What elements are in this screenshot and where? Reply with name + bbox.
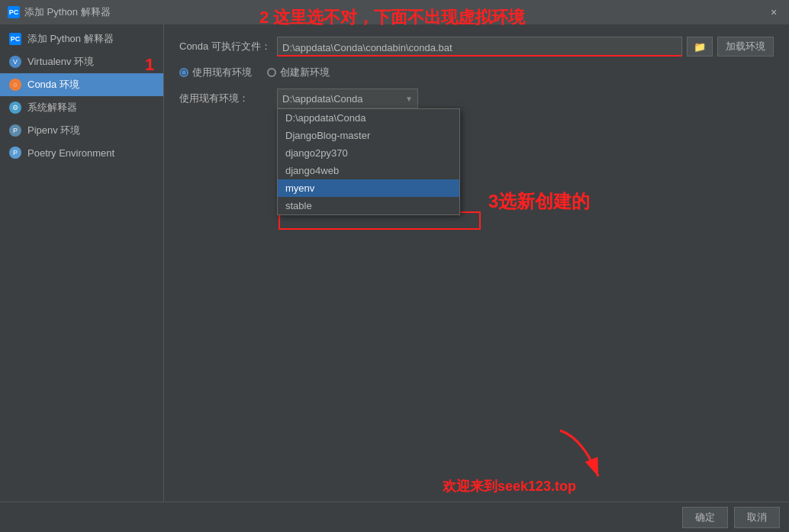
dropdown-item-1[interactable]: DjangoBlog-master — [278, 127, 459, 144]
sidebar-item-virtualenv[interactable]: V Virtualenv 环境 — [0, 50, 163, 73]
load-env-button[interactable]: 加载环境 — [717, 37, 774, 56]
env-dropdown-menu: D:\appdata\Conda DjangoBlog-master djang… — [277, 108, 460, 215]
radio-use-existing[interactable]: 使用现有环境 — [179, 66, 252, 79]
title-bar: PC 添加 Python 解释器 × — [0, 0, 789, 24]
sidebar-item-system[interactable]: ⚙ 系统解释器 — [0, 96, 163, 119]
title-text: 添加 Python 解释器 — [24, 5, 111, 19]
radio-create-new[interactable]: 创建新环境 — [267, 66, 330, 79]
sidebar-item-pipenv[interactable]: P Pipenv 环境 — [0, 119, 163, 142]
chevron-down-icon: ▼ — [405, 95, 413, 103]
radio-row: 使用现有环境 创建新环境 — [179, 66, 774, 79]
browse-button[interactable]: 📁 — [687, 37, 713, 56]
poetry-icon: P — [9, 147, 21, 159]
conda-path-input-group: 📁 加载环境 — [277, 37, 774, 56]
dropdown-item-myenv[interactable]: myenv — [278, 179, 459, 197]
footer: 确定 取消 — [0, 501, 789, 532]
use-existing-row: 使用现有环境： D:\appdata\Conda ▼ D:\appdata\Co… — [179, 89, 774, 108]
sidebar-item-label-poetry: Poetry Environment — [27, 147, 114, 159]
dropdown-item-stable[interactable]: stable — [278, 197, 459, 214]
dropdown-item-0[interactable]: D:\appdata\Conda — [278, 109, 459, 127]
cancel-button[interactable]: 取消 — [734, 507, 780, 528]
env-dropdown[interactable]: D:\appdata\Conda ▼ — [277, 89, 418, 108]
conda-icon: ○ — [9, 79, 21, 91]
main-panel: Conda 可执行文件： 📁 加载环境 使用现有环境 创建新环境 — [164, 24, 789, 501]
title-bar-left: PC 添加 Python 解释器 — [8, 5, 111, 19]
conda-path-label: Conda 可执行文件： — [179, 40, 271, 53]
pycharm-icon: PC — [9, 33, 21, 45]
conda-path-input[interactable] — [277, 37, 682, 56]
sidebar-item-label-pipenv: Pipenv 环境 — [27, 124, 80, 137]
dropdown-item-3[interactable]: django4web — [278, 162, 459, 179]
dialog-container: PC 添加 Python 解释器 × PC 添加 Python 解释器 V Vi… — [0, 0, 789, 532]
close-button[interactable]: × — [766, 5, 781, 20]
sidebar-item-conda[interactable]: ○ Conda 环境 — [0, 73, 163, 96]
sidebar-item-label-virtualenv: Virtualenv 环境 — [27, 55, 94, 69]
sidebar-item-label-conda: Conda 环境 — [27, 78, 79, 92]
dropdown-item-2[interactable]: django2py370 — [278, 144, 459, 162]
radio-create-new-indicator — [267, 68, 276, 77]
system-icon: ⚙ — [9, 102, 21, 114]
app-icon: PC — [8, 6, 20, 18]
conda-path-row: Conda 可执行文件： 📁 加载环境 — [179, 37, 774, 56]
sidebar: PC 添加 Python 解释器 V Virtualenv 环境 ○ Conda… — [0, 24, 164, 501]
pipenv-icon: P — [9, 124, 21, 137]
sidebar-item-label-system: 系统解释器 — [27, 101, 77, 114]
radio-use-existing-label: 使用现有环境 — [192, 66, 252, 79]
use-existing-label: 使用现有环境： — [179, 92, 271, 105]
sidebar-item-label-add-python: 添加 Python 解释器 — [27, 32, 114, 46]
radio-create-new-label: 创建新环境 — [280, 66, 330, 79]
sidebar-item-add-python[interactable]: PC 添加 Python 解释器 — [0, 27, 163, 50]
sidebar-item-poetry[interactable]: P Poetry Environment — [0, 142, 163, 163]
content-area: PC 添加 Python 解释器 V Virtualenv 环境 ○ Conda… — [0, 24, 789, 501]
env-dropdown-container: D:\appdata\Conda ▼ D:\appdata\Conda Djan… — [277, 89, 418, 108]
ok-button[interactable]: 确定 — [682, 507, 728, 528]
virtualenv-icon: V — [9, 56, 21, 68]
radio-use-existing-indicator — [179, 68, 188, 77]
env-dropdown-value: D:\appdata\Conda — [282, 93, 363, 105]
